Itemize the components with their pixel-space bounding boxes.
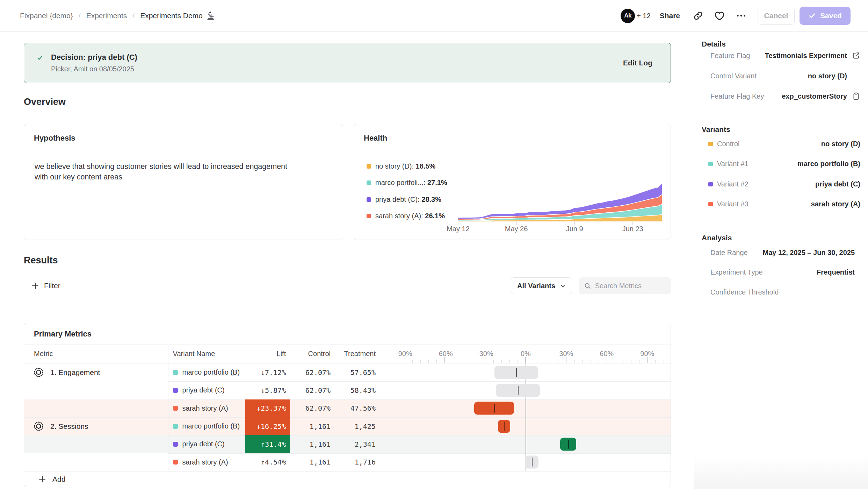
control-value: 62.07% xyxy=(305,386,331,395)
control-value: 62.07% xyxy=(305,368,331,377)
lift-highlight-negative: ↓23.37% xyxy=(245,399,290,417)
details-sidebar: DetailsFeature FlagTestimonials Experime… xyxy=(694,32,868,489)
health-legend-item[interactable]: sarah story (A): 26.1% xyxy=(367,212,447,220)
axis-major-tick xyxy=(444,357,445,363)
axis-minor-tick xyxy=(412,360,413,363)
control-cell: 62.07% xyxy=(290,399,335,417)
variants-dropdown[interactable]: All Variants xyxy=(511,277,572,294)
variant-color-chip xyxy=(173,406,178,411)
breadcrumb-item-project[interactable]: Fixpanel {demo} xyxy=(20,12,73,20)
sidebar-row-control: Controlno story (D) xyxy=(708,139,860,149)
decision-check-icon xyxy=(37,55,43,61)
sidebar-section-heading: Details xyxy=(702,40,860,48)
plus-icon xyxy=(31,282,39,290)
saved-button[interactable]: Saved xyxy=(800,7,851,25)
variant-color-chip xyxy=(708,182,713,186)
sidebar-section-heading: Analysis xyxy=(702,234,860,242)
lift-cell: ↑31.4% xyxy=(245,435,290,453)
sidebar-row-variant-2: Variant #2priya debt (C) xyxy=(708,179,860,189)
hypothesis-card: Hypothesis we believe that showing custo… xyxy=(24,124,343,240)
microscope-emoji xyxy=(206,11,216,21)
axis-major-tick xyxy=(485,357,485,363)
axis-minor-tick xyxy=(436,360,437,363)
variant-name: sarah story (A) xyxy=(182,404,228,412)
treatment-value: 47.56% xyxy=(350,404,376,412)
copy-icon[interactable] xyxy=(852,92,860,100)
link-icon xyxy=(693,10,704,21)
decision-texts: Decision: priya debt (C) Picker, Amit on… xyxy=(51,53,137,73)
heart-icon xyxy=(714,10,725,22)
variant-name: priya debt (C) xyxy=(182,386,225,394)
column-header-lift: Lift xyxy=(245,345,290,363)
axis-major-tick xyxy=(647,357,648,363)
primary-metrics-card: Primary Metrics MetricVariant NameLiftCo… xyxy=(24,323,671,487)
top-bar: Fixpanel {demo}/Experiments/Experiments … xyxy=(0,0,868,32)
variant-color-chip xyxy=(173,370,178,375)
lift-highlight-positive: ↑31.4% xyxy=(245,435,290,453)
axis-major-tick xyxy=(566,357,566,363)
legend-value: 28.3% xyxy=(421,196,441,203)
metric-name-cell[interactable]: 2. Sessions xyxy=(24,417,168,435)
zero-line xyxy=(526,399,526,417)
lift-cell: ↓16.25% xyxy=(245,417,290,435)
variant-color-chip xyxy=(708,162,713,166)
decision-subtitle: Picker, Amit on 08/05/2025 xyxy=(51,65,137,73)
axis-minor-tick xyxy=(477,360,477,363)
axis-tick-label: -30% xyxy=(477,350,493,358)
metric-name-cell[interactable]: 1. Engagement xyxy=(24,363,168,381)
cancel-button[interactable]: Cancel xyxy=(758,7,795,25)
variant-name: sarah story (A) xyxy=(182,458,228,466)
avatar[interactable]: Ak xyxy=(621,9,635,23)
health-card: Health no story (D): 18.5%marco portfoli… xyxy=(354,124,671,240)
axis-minor-tick xyxy=(615,360,615,363)
column-header-control: Control xyxy=(290,345,335,363)
primary-metrics-header: Primary Metrics xyxy=(24,323,671,345)
control-cell: 1,161 xyxy=(290,417,335,435)
metric-variant-row: 2. Sessionsmarco portfolio (B)↓16.25%1,1… xyxy=(24,417,671,435)
health-legend-item[interactable]: no story (D): 18.5% xyxy=(367,162,447,170)
search-metrics-input[interactable] xyxy=(595,282,666,290)
metric-column-divider xyxy=(168,345,168,471)
sidebar-section-details: DetailsFeature FlagTestimonials Experime… xyxy=(702,40,860,48)
axis-tick-label: 30% xyxy=(559,350,573,358)
axis-minor-tick xyxy=(396,360,396,363)
control-cell: 62.07% xyxy=(290,363,335,381)
copy-link-icon[interactable] xyxy=(693,10,704,21)
hypothesis-title: Hypothesis xyxy=(34,134,75,143)
check-icon xyxy=(808,12,816,20)
results-divider xyxy=(24,304,671,304)
metrics-table-header: MetricVariant NameLiftControlTreatment-9… xyxy=(24,345,671,363)
health-legend: no story (D): 18.5%marco portfoli...: 27… xyxy=(367,162,447,228)
health-legend-item[interactable]: marco portfoli...: 27.1% xyxy=(367,179,447,187)
variant-color-chip xyxy=(708,142,713,146)
external-link-icon[interactable] xyxy=(852,51,860,60)
plus-icon xyxy=(38,475,46,483)
confidence-interval-cell xyxy=(380,381,671,399)
overview-heading: Overview xyxy=(24,97,66,107)
sidebar-row-label: Variant #2 xyxy=(717,180,748,188)
axis-minor-tick xyxy=(469,360,469,363)
legend-color-chip xyxy=(367,164,371,169)
add-filter-button[interactable]: Filter xyxy=(31,282,60,290)
breadcrumb-item-experiments[interactable]: Experiments xyxy=(86,12,127,20)
more-options-icon[interactable] xyxy=(735,10,747,22)
confidence-interval-cell xyxy=(380,417,671,435)
axis-minor-tick xyxy=(574,360,575,363)
add-metric-button[interactable]: Add xyxy=(24,471,671,487)
topbar-actions: Ak + 12 Share Cancel xyxy=(621,7,851,25)
lift-highlight-negative: ↓16.25% xyxy=(245,417,290,435)
variant-cell: priya debt (C) xyxy=(168,381,246,399)
search-icon xyxy=(584,282,591,290)
lift-mean-tick xyxy=(494,404,495,413)
primary-metrics-title: Primary Metrics xyxy=(34,329,92,339)
metric-variant-row: priya debt (C)↓5.87%62.07%58.43% xyxy=(24,381,671,399)
metric-variant-row: 1. Engagementmarco portfolio (B)↓7.12%62… xyxy=(24,363,671,381)
treatment-value: 58.43% xyxy=(350,386,376,395)
favorite-heart-icon[interactable] xyxy=(714,10,725,22)
sidebar-row-value[interactable]: Testimonials Experiment xyxy=(765,52,847,60)
edit-log-button[interactable]: Edit Log xyxy=(623,59,652,67)
health-legend-item[interactable]: priya debt (C): 28.3% xyxy=(367,195,447,204)
treatment-value: 1,716 xyxy=(355,458,376,466)
collaborators-count[interactable]: + 12 xyxy=(637,12,650,20)
share-button[interactable]: Share xyxy=(660,12,680,20)
